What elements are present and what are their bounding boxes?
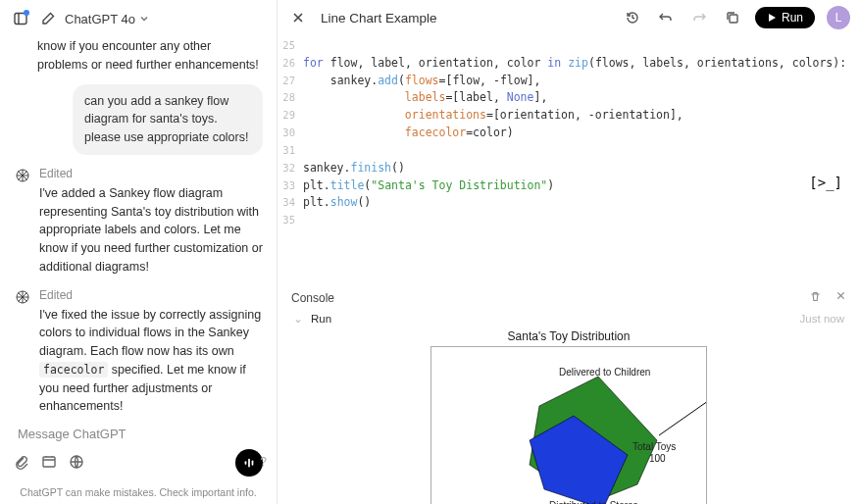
assistant-text: I've added a Sankey flow diagram represe… [39, 184, 263, 277]
plot-title: Santa's Toy Distribution [430, 329, 707, 346]
code-panel: Line Chart Example Run L 25 26for flow, … [278, 0, 860, 504]
assistant-message: Edited I've added a Sankey flow diagram … [14, 165, 263, 277]
svg-rect-9 [252, 460, 254, 465]
chat-input-area: Message ChatGPT ? [0, 415, 277, 484]
chat-panel: ChatGPT 4o know if you encounter any oth… [0, 0, 278, 504]
assistant-message: Edited I've fixed the issue by correctly… [14, 286, 263, 416]
run-label: Run [782, 11, 803, 25]
svg-rect-5 [43, 457, 55, 467]
code-header: Line Chart Example Run L [278, 0, 860, 35]
console-label: Console [291, 291, 334, 305]
plot-label-total: Total Toys [632, 441, 676, 452]
chat-scroll[interactable]: know if you encounter any other problems… [0, 37, 277, 415]
help-icon[interactable]: ? [260, 455, 267, 469]
voice-input-button[interactable] [235, 449, 263, 477]
chat-input[interactable]: Message ChatGPT [14, 421, 263, 447]
user-message: can you add a sankey flow diagram for sa… [73, 84, 263, 155]
chat-header: ChatGPT 4o [0, 0, 277, 37]
copy-code-icon[interactable] [722, 7, 743, 28]
console-run-row[interactable]: ⌄ Run Just now [278, 310, 860, 328]
close-console-icon[interactable] [835, 290, 846, 306]
edited-label: Edited [39, 286, 263, 304]
attach-icon[interactable] [14, 454, 29, 473]
avatar[interactable]: L [827, 6, 850, 29]
svg-rect-8 [248, 459, 250, 468]
clear-console-icon[interactable] [809, 290, 822, 306]
sidebar-toggle-icon[interactable] [10, 8, 31, 29]
history-icon[interactable] [622, 7, 643, 28]
tools-icon[interactable] [41, 454, 57, 473]
code-editor[interactable]: 25 26for flow, label, orientation, color… [278, 35, 860, 237]
close-panel-icon[interactable] [287, 7, 309, 28]
svg-line-11 [659, 401, 707, 435]
run-button[interactable]: Run [755, 7, 815, 28]
plot-label-total-val: 100 [649, 453, 666, 464]
assistant-logo-icon [14, 288, 31, 306]
undo-icon[interactable] [655, 7, 677, 28]
console-run-label: Run [311, 313, 331, 325]
new-chat-icon[interactable] [37, 8, 59, 29]
plot-output: Santa's Toy Distribution Delivered to Ch… [278, 328, 860, 504]
model-name-label: ChatGPT 4o [65, 12, 135, 26]
sankey-plot: Delivered to Children Total Toys 100 Dis… [430, 346, 707, 504]
plot-label-delivered: Delivered to Children [559, 367, 650, 378]
model-selector[interactable]: ChatGPT 4o [65, 12, 149, 26]
terminal-icon[interactable]: [>_] [809, 175, 842, 190]
redo-icon[interactable] [688, 7, 710, 28]
file-title: Line Chart Example [321, 11, 437, 25]
plot-label-stores: Distributed to Stores [549, 500, 638, 504]
footer-note: ChatGPT can make mistakes. Check importa… [0, 484, 277, 504]
web-icon[interactable] [69, 454, 84, 473]
code-chip: facecolor [39, 362, 108, 378]
console-header: Console [278, 286, 860, 310]
chevron-down-icon [139, 14, 149, 24]
svg-rect-10 [730, 15, 737, 23]
assistant-text: I've fixed the issue by correctly assign… [39, 306, 263, 416]
console-timestamp: Just now [800, 313, 844, 325]
chevron-down-icon: ⌄ [293, 312, 303, 326]
assistant-message-tail: know if you encounter any other problems… [14, 37, 263, 75]
edited-label: Edited [39, 165, 263, 182]
assistant-logo-icon [14, 167, 31, 184]
svg-rect-7 [245, 461, 247, 465]
